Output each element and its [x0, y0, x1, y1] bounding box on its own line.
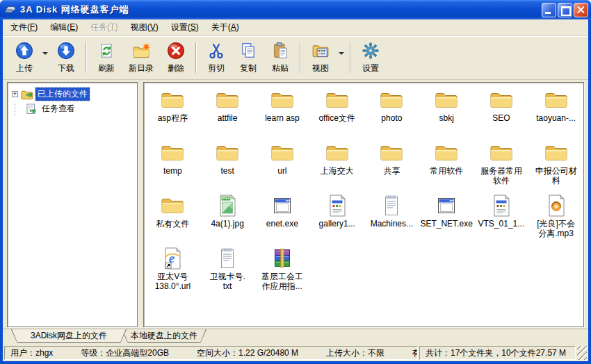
file-item[interactable]: learn asp — [255, 87, 310, 140]
file-item[interactable]: 共享 — [364, 140, 419, 192]
status-summary: 共计：17个文件夹，10个文件27.57 M — [419, 346, 576, 360]
download-button[interactable]: 下载 — [50, 38, 82, 76]
titlebar[interactable]: 3A Disk 网络硬盘客户端 — [0, 0, 591, 19]
folder-file-icon — [216, 88, 239, 112]
upload-dropdown-button[interactable] — [40, 38, 50, 76]
file-name: test — [220, 166, 234, 176]
chevron-down-icon — [339, 52, 344, 55]
tree-item[interactable]: +已上传的文件 — [10, 87, 134, 101]
file-item[interactable]: SET_NET.exe — [419, 192, 474, 245]
settings-icon — [362, 42, 380, 60]
file-name: gallery1... — [319, 219, 355, 229]
status-field: 等级：企业高端型20GB — [81, 347, 169, 359]
bottom-tab-bar: 3ADisk网盘上的文件本地硬盘上的文件 — [3, 329, 588, 345]
toolbar-button-label: 设置 — [362, 63, 379, 74]
menu-item-a[interactable]: 关于(A) — [205, 19, 245, 35]
file-name: 常用软件 — [430, 166, 463, 176]
view-button[interactable]: 视图 — [305, 38, 337, 76]
folder-file-icon — [270, 141, 294, 165]
file-item[interactable]: 上海交大 — [309, 140, 364, 192]
tab-label: 本地硬盘上的文件 — [122, 329, 206, 342]
file-item[interactable]: enet.exe — [255, 192, 310, 245]
refresh-button[interactable]: 刷新 — [90, 38, 122, 76]
file-item[interactable]: JPEG4a(1).jpg — [200, 192, 255, 245]
file-item[interactable]: 卫视卡号. txt — [200, 245, 255, 298]
file-item[interactable]: 申报公司材 料 — [528, 140, 583, 192]
copy-icon — [239, 42, 257, 60]
window-title: 3A Disk 网络硬盘客户端 — [20, 3, 540, 16]
tree-item[interactable]: 任务查看 — [10, 101, 134, 116]
tree-expander[interactable]: + — [12, 91, 18, 97]
minimize-button[interactable] — [542, 3, 556, 17]
new-folder-button[interactable]: 新目录 — [122, 38, 160, 76]
maximize-button[interactable] — [558, 3, 572, 17]
view-dropdown-button[interactable] — [337, 38, 346, 76]
toolbar-button-label: 剪切 — [208, 63, 225, 74]
file-name: url — [277, 166, 286, 176]
file-item[interactable]: 私有文件 — [145, 192, 200, 245]
file-item[interactable]: 服务器常用 软件 — [474, 140, 529, 192]
file-item[interactable]: url — [255, 140, 310, 192]
file-name: 上海交大 — [321, 166, 354, 176]
view-icon — [311, 42, 330, 60]
folder-file-icon — [380, 141, 403, 165]
settings-button[interactable]: 设置 — [355, 38, 387, 76]
file-name: SET_NET.exe — [420, 219, 472, 229]
menu-item-e[interactable]: 编辑(E) — [44, 19, 84, 35]
menu-item-s[interactable]: 设置(S) — [165, 19, 205, 35]
cut-button[interactable]: 剪切 — [200, 38, 232, 76]
resize-grip[interactable] — [577, 346, 587, 360]
folder-file-icon — [161, 88, 184, 112]
file-item[interactable]: Machines... — [364, 192, 419, 245]
upload-button[interactable]: 上传 — [8, 38, 40, 76]
file-item[interactable]: temp — [145, 140, 200, 192]
menu-item-v[interactable]: 视图(V) — [124, 19, 165, 35]
menu-bar: 文件(F)编辑(E)任务(T)视图(V)设置(S)关于(A) — [3, 19, 588, 36]
tree-item-label[interactable]: 已上传的文件 — [35, 88, 90, 101]
paste-button[interactable]: 粘贴 — [264, 38, 296, 76]
file-item[interactable]: photo — [364, 87, 419, 140]
delete-button[interactable]: 删除 — [160, 38, 192, 76]
app-disk-icon — [4, 3, 17, 16]
file-item[interactable]: gallery1... — [309, 192, 364, 245]
file-item[interactable]: [光良]不会 分离.mp3 — [528, 192, 583, 245]
file-item[interactable]: asp程序 — [145, 87, 200, 140]
file-item[interactable]: 常用软件 — [419, 140, 474, 192]
close-button[interactable] — [574, 3, 588, 17]
file-name: 申报公司材 料 — [535, 166, 577, 185]
tab-local-files[interactable]: 本地硬盘上的文件 — [122, 329, 207, 343]
file-item[interactable]: taoyuan-... — [528, 87, 583, 140]
folder-file-icon — [435, 88, 458, 112]
file-name: sbkj — [439, 113, 453, 123]
file-item[interactable]: sbkj — [419, 87, 474, 140]
tree-item-label[interactable]: 任务查看 — [40, 102, 77, 115]
menu-item-f[interactable]: 文件(F) — [4, 19, 44, 35]
file-item[interactable]: SEO — [474, 87, 529, 140]
file-name: office文件 — [318, 113, 355, 123]
html-file-icon — [489, 194, 513, 217]
app-window: 3A Disk 网络硬盘客户端 文件(F)编辑(E)任务(T)视图(V)设置(S… — [0, 0, 591, 364]
file-name: attfile — [218, 113, 238, 123]
file-item[interactable]: e亚太V号 138.0°.url — [145, 245, 200, 298]
file-item[interactable]: attfile — [200, 87, 255, 140]
file-name: VTS_01_1... — [478, 219, 525, 229]
copy-button[interactable]: 复制 — [232, 38, 264, 76]
download-icon — [57, 42, 75, 60]
tab-remote-files[interactable]: 3ADisk网盘上的文件 — [11, 329, 127, 343]
cut-icon — [207, 42, 225, 60]
task-view-icon — [25, 103, 38, 115]
file-item[interactable]: office文件 — [309, 87, 364, 140]
file-item[interactable]: test — [200, 140, 255, 192]
toolbar-button-label: 视图 — [312, 63, 329, 74]
file-item[interactable]: VTS_01_1... — [474, 192, 529, 245]
upload-folder-icon — [21, 88, 33, 101]
file-list-panel[interactable]: asp程序attfilelearn aspoffice文件photosbkjSE… — [143, 82, 584, 327]
folder-tree-panel[interactable]: +已上传的文件任务查看 — [7, 82, 138, 327]
jpeg-file-icon: JPEG — [216, 194, 239, 217]
mp3-file-icon — [544, 194, 568, 217]
toolbar-separator — [86, 42, 87, 73]
toolbar-button-label: 刷新 — [98, 63, 115, 74]
file-name: taoyuan-... — [536, 113, 576, 123]
folder-file-icon — [380, 88, 403, 112]
file-item[interactable]: 基层工会工 作应用指... — [255, 245, 310, 298]
